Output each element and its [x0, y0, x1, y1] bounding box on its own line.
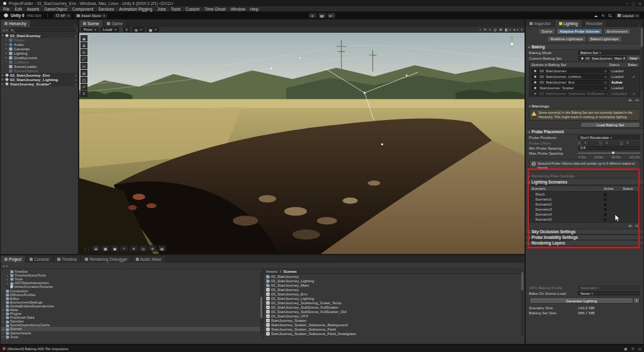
lighting-tab[interactable]: Lighting	[555, 20, 582, 27]
hierarchy-item[interactable]: SceneLoader	[1, 64, 78, 69]
search-overlay-button[interactable]: ◎	[139, 245, 147, 251]
file-item[interactable]: 03_StartJourney	[264, 274, 525, 278]
bottom-panel-tab[interactable]: Timeline	[53, 256, 81, 263]
bake-checkbox[interactable]: ✓	[630, 75, 638, 79]
view-tool-button[interactable]: ◉	[80, 35, 87, 41]
foldout-arrow-icon[interactable]: ▸	[6, 56, 9, 59]
menu-item[interactable]: Animation Rigging	[119, 7, 152, 11]
undo-history-icon[interactable]: ↻	[601, 13, 604, 18]
search-icon[interactable]	[608, 14, 611, 17]
baking-section-header[interactable]: Baking	[526, 43, 643, 50]
collapsed-section-foldout[interactable]: Sky Occlusion Settings	[526, 229, 643, 234]
hierarchy-item[interactable]: ▸ Cameras	[1, 47, 78, 51]
object-picker-icon[interactable]: ⊙	[604, 86, 607, 90]
create-asset-button[interactable]: +	[3, 264, 8, 268]
foldout-arrow-icon[interactable]	[529, 173, 530, 178]
hierarchy-tab[interactable]: Hierarchy	[1, 20, 31, 27]
scene-options-icon[interactable]: ≡	[75, 34, 77, 38]
min-probe-spacing-field[interactable]: 0.5	[578, 146, 640, 150]
scene-options-icon[interactable]: ≡	[75, 78, 77, 82]
probe-placement-section-header[interactable]: Probe Placement	[526, 128, 643, 135]
scenario-active-radio[interactable]	[604, 198, 607, 201]
object-picker-icon[interactable]: ⊙	[604, 69, 607, 73]
object-picker-icon[interactable]: ⊙	[604, 80, 607, 84]
hierarchy-item[interactable]: SceneObjects	[1, 69, 78, 73]
baking-scene-row[interactable]: 03_StartJourney_SubScene_FullScatter ⊙ U…	[530, 91, 640, 96]
scenario-row[interactable]: Shot1	[530, 192, 640, 197]
hierarchy-item[interactable]: ▸ QualityLevels	[1, 55, 78, 60]
minimize-icon[interactable]: ─	[626, 1, 628, 6]
remove-scene-button[interactable]: −	[634, 98, 640, 102]
panel-menu-icon[interactable]: ⋮	[636, 23, 643, 27]
file-item[interactable]: 03_StartJourney_Lighting	[264, 278, 525, 283]
scenario-active-radio[interactable]	[604, 218, 607, 221]
file-item[interactable]: StartJourney_Scatter_Subscene_Field	[264, 327, 525, 331]
foldout-arrow-icon[interactable]: ▸	[3, 320, 6, 323]
foldout-arrow-icon[interactable]: ▸	[6, 52, 9, 55]
close-icon[interactable]: ✕	[638, 1, 641, 6]
bake-progress-icon[interactable]: ▣	[624, 346, 628, 351]
scene-object-field[interactable]: 03_StartJourney ⊙	[531, 69, 609, 73]
snap-settings-button[interactable]: ▦	[101, 245, 109, 251]
asset-store-dropdown[interactable]: Asset Store	[74, 13, 108, 18]
menu-item[interactable]: Jobs	[157, 7, 166, 11]
max-probe-spacing-slider[interactable]	[578, 151, 640, 155]
baking-scene-row[interactable]: StartJourney_Scatter ⊙ Loaded	[530, 85, 640, 91]
hierarchy-item[interactable]: ▸ Lighting	[1, 51, 78, 55]
lighting-subtab[interactable]: Scene	[538, 28, 555, 35]
baking-mode-dropdown[interactable]: Baking Set	[578, 50, 640, 55]
axis-gizmo[interactable]	[503, 35, 521, 53]
breadcrumb-root[interactable]: Assets	[266, 270, 277, 273]
bottom-panel-tab[interactable]: Project	[1, 256, 26, 263]
foldout-arrow-icon[interactable]	[529, 104, 530, 108]
hierarchy-item[interactable]: ▸ Colliders	[1, 60, 78, 64]
scenario-active-radio[interactable]	[604, 193, 607, 196]
scene-object-field[interactable]: 03_StartJourney_Lighting ⊙	[531, 74, 609, 79]
gizmos-toggle[interactable]: ⌖	[521, 28, 523, 32]
layout-dropdown[interactable]: Layout	[615, 13, 640, 18]
lightmaps-subtab[interactable]: Realtime Lightmaps	[547, 36, 586, 42]
scene-effects-icon[interactable]: ◐	[489, 28, 491, 31]
new-baking-set-button[interactable]: New	[627, 56, 640, 60]
foldout-arrow-icon[interactable]: ▸	[7, 274, 10, 277]
probe-positions-dropdown[interactable]: Don't Recalculate	[578, 135, 640, 140]
bottom-panel-tab[interactable]: Audio Mixer	[132, 256, 166, 263]
scene-object-field[interactable]: 03_StartJourney_Env ⊙	[531, 80, 609, 84]
foldout-arrow-icon[interactable]: ▸	[3, 308, 6, 311]
inspector-tab[interactable]: Inspector	[526, 20, 555, 27]
scene-visibility-icon[interactable]: ◎	[494, 28, 497, 31]
foldout-arrow-icon[interactable]: ▸	[3, 312, 6, 316]
bake-on-scene-load-dropdown[interactable]: Never	[578, 291, 640, 295]
slider-handle[interactable]	[612, 151, 614, 154]
gpu-baking-profile-dropdown[interactable]: Automatic	[578, 285, 640, 290]
collapsed-section-foldout[interactable]: Rendering Layers	[526, 240, 643, 246]
current-baking-set-field[interactable]: 03_StartJourney_Main Baking ⊙	[578, 56, 626, 60]
shading-mode-dropdown[interactable]: ◧	[504, 28, 511, 31]
hierarchy-search-input[interactable]	[9, 28, 76, 32]
create-add-button[interactable]: +	[3, 28, 8, 32]
file-item[interactable]: 03_StartJourney_Env	[264, 292, 525, 296]
background-tasks-icon[interactable]: ◎	[638, 346, 641, 351]
hierarchy-item[interactable]: ▸ Player	[1, 38, 78, 42]
grid-axis-icon[interactable]: ⊞	[499, 28, 502, 31]
tree-scrollbar[interactable]	[260, 272, 262, 334]
file-item[interactable]: 03_StartJourney_Main	[264, 283, 525, 287]
scene-options-icon[interactable]: ≡	[75, 74, 77, 77]
file-item[interactable]: 03_StartJourney_SubScene_FullScatter_Old	[264, 309, 525, 314]
foldout-arrow-icon[interactable]: ▸	[2, 78, 5, 81]
scale-tool-button[interactable]: ⤢	[80, 56, 87, 62]
foldout-arrow-icon[interactable]: ▸	[7, 278, 10, 281]
scene-object-field[interactable]: 03_StartJourney_SubScene_FullScatter ⊙	[531, 91, 609, 96]
scenario-row[interactable]: Scenario2	[530, 202, 640, 207]
probe-offset-z-field[interactable]: 0	[624, 141, 640, 145]
baking-scene-row[interactable]: 03_StartJourney ⊙ Loaded	[530, 68, 640, 74]
file-item[interactable]: 03_StartJourney_Lighting	[264, 296, 525, 300]
move-overlay-button[interactable]: ✛	[148, 245, 157, 251]
overlay-menu-dropdown[interactable]: ≡	[513, 28, 518, 31]
foldout-arrow-icon[interactable]: ▸	[6, 60, 9, 63]
foldout-arrow-icon[interactable]: ▸	[2, 82, 5, 85]
foldout-arrow-icon[interactable]: ▸	[7, 282, 10, 285]
foldout-arrow-icon[interactable]: ▸	[3, 339, 6, 339]
frame-button[interactable]: ▣	[111, 245, 119, 251]
bottom-panel-tab[interactable]: Console	[26, 256, 53, 263]
